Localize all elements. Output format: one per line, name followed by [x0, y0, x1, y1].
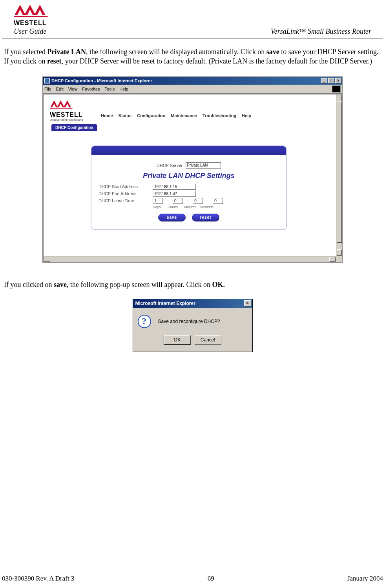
menu-edit[interactable]: Edit	[56, 87, 64, 91]
menu-view[interactable]: View	[68, 87, 78, 91]
router-logo: WESTELL Discover Better Broadband	[50, 100, 93, 121]
dhcp-start-input[interactable]	[153, 184, 196, 190]
dhcp-server-label: DHCP Server	[157, 163, 182, 168]
svg-rect-0	[14, 16, 47, 17]
window-close-button[interactable]: ×	[335, 78, 341, 83]
footer-date: January 2004	[347, 575, 383, 583]
dhcp-config-panel: DHCP Server Private LAN Private LAN DHCP…	[91, 145, 287, 230]
dialog-ok-button[interactable]: OK	[164, 335, 191, 345]
browser-viewport: WESTELL Discover Better Broadband Home S…	[43, 94, 342, 262]
menu-tools[interactable]: Tools	[105, 87, 115, 91]
footer-pagenum: 69	[208, 575, 214, 583]
document-footer: 030-300390 Rev. A Draft 3 69 January 200…	[2, 573, 383, 583]
dhcp-server-select[interactable]: Private LAN	[186, 162, 221, 169]
body-paragraph-2: If you clicked on save, the following po…	[2, 280, 383, 289]
unit-minutes: Minutes	[184, 205, 200, 209]
product-title: VersaLink™ Small Business Router	[271, 27, 371, 36]
save-button[interactable]: save	[158, 214, 186, 221]
active-tab[interactable]: DHCP Configuration	[51, 124, 97, 131]
vertical-scrollbar[interactable]	[336, 94, 342, 256]
unit-seconds: Seconds	[200, 205, 215, 209]
unit-days: Days	[153, 205, 168, 209]
svg-rect-1	[50, 108, 73, 109]
menu-favorites[interactable]: Favorites	[82, 87, 100, 91]
window-maximize-button[interactable]: □	[328, 78, 334, 83]
dhcp-start-label: DHCP Start Address	[99, 184, 150, 189]
router-tagline: Discover Better Broadband	[50, 118, 93, 121]
dialog-message: Save and reconfigure DHCP?	[158, 319, 220, 324]
reset-button[interactable]: reset	[192, 214, 219, 221]
panel-title: Private LAN DHCP Settings	[99, 172, 279, 180]
nav-home[interactable]: Home	[101, 113, 113, 118]
nav-maintenance[interactable]: Maintenance	[171, 113, 197, 118]
document-header: WESTELL User Guide VersaLink™ Small Busi…	[2, 4, 383, 38]
nav-configuration[interactable]: Configuration	[137, 113, 165, 118]
browser-menubar: File Edit View Favorites Tools Help	[43, 85, 342, 94]
browser-window: DHCP Configuration - Microsoft Internet …	[42, 76, 343, 263]
dialog-cancel-button[interactable]: Cancel	[195, 335, 221, 345]
nav-troubleshooting[interactable]: Troubleshooting	[203, 113, 236, 118]
window-title: DHCP Configuration - Microsoft Internet …	[51, 78, 152, 83]
brand-name: WESTELL	[14, 20, 46, 27]
unit-hours: Hours	[168, 205, 184, 209]
nav-status[interactable]: Status	[119, 113, 132, 118]
panel-header-bar	[91, 146, 286, 155]
dhcp-end-input[interactable]	[153, 191, 196, 197]
window-minimize-button[interactable]: _	[321, 78, 327, 83]
lease-seconds-input[interactable]	[213, 198, 223, 204]
horizontal-scrollbar[interactable]	[44, 256, 342, 262]
dialog-close-button[interactable]: ×	[244, 300, 251, 307]
westell-logo-icon	[14, 4, 49, 20]
lease-days-input[interactable]	[153, 198, 163, 204]
ie-app-icon	[44, 78, 50, 83]
dialog-titlebar: Microsoft Internet Explorer ×	[133, 299, 252, 308]
lease-minutes-input[interactable]	[193, 198, 203, 204]
lease-hours-input[interactable]	[173, 198, 183, 204]
question-icon: ?	[138, 315, 151, 328]
nav-help[interactable]: Help	[242, 113, 251, 118]
dialog-title: Microsoft Internet Explorer	[135, 301, 195, 306]
dhcp-end-label: DHCP End Address	[99, 191, 150, 196]
doc-subtitle: User Guide	[14, 27, 47, 36]
body-paragraph-1: If you selected Private LAN, the followi…	[2, 47, 383, 66]
window-titlebar: DHCP Configuration - Microsoft Internet …	[43, 77, 342, 85]
confirm-dialog: Microsoft Internet Explorer × ? Save and…	[133, 299, 253, 352]
router-brand: WESTELL	[50, 111, 93, 118]
dhcp-lease-label: DHCP Lease Time	[99, 198, 150, 203]
menu-file[interactable]: File	[44, 87, 51, 91]
footer-docnum: 030-300390 Rev. A Draft 3	[2, 575, 74, 583]
ie-throbber-icon	[332, 85, 341, 93]
menu-help[interactable]: Help	[119, 87, 128, 91]
